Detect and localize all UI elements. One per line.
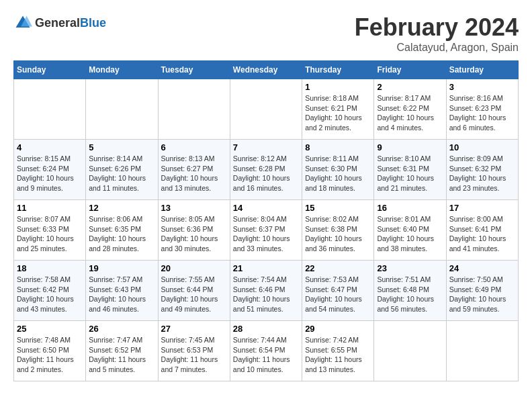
day-number: 14 xyxy=(233,203,299,213)
day-number: 6 xyxy=(161,142,227,152)
calendar-cell: 28Sunrise: 7:44 AMSunset: 6:54 PMDayligh… xyxy=(230,321,302,381)
logo-icon xyxy=(13,13,32,32)
day-info: Sunrise: 7:45 AMSunset: 6:53 PMDaylight:… xyxy=(161,335,227,375)
calendar-cell: 17Sunrise: 8:00 AMSunset: 6:41 PMDayligh… xyxy=(446,200,518,261)
day-info: Sunrise: 8:10 AMSunset: 6:31 PMDaylight:… xyxy=(377,154,443,193)
day-number: 18 xyxy=(17,263,83,273)
day-info: Sunrise: 7:51 AMSunset: 6:48 PMDaylight:… xyxy=(377,275,443,314)
calendar-cell xyxy=(374,321,446,381)
calendar-cell: 21Sunrise: 7:54 AMSunset: 6:46 PMDayligh… xyxy=(230,261,302,321)
calendar-cell: 12Sunrise: 8:06 AMSunset: 6:35 PMDayligh… xyxy=(86,200,158,261)
calendar-table: SundayMondayTuesdayWednesdayThursdayFrid… xyxy=(13,60,519,381)
day-number: 21 xyxy=(233,263,299,273)
calendar-cell: 3Sunrise: 8:16 AMSunset: 6:23 PMDaylight… xyxy=(446,79,518,140)
calendar-cell: 24Sunrise: 7:50 AMSunset: 6:49 PMDayligh… xyxy=(446,261,518,321)
calendar-cell xyxy=(14,79,86,140)
day-number: 20 xyxy=(161,263,227,273)
day-info: Sunrise: 7:58 AMSunset: 6:42 PMDaylight:… xyxy=(17,275,83,314)
day-info: Sunrise: 7:48 AMSunset: 6:50 PMDaylight:… xyxy=(17,335,83,375)
calendar-cell: 23Sunrise: 7:51 AMSunset: 6:48 PMDayligh… xyxy=(374,261,446,321)
day-number: 4 xyxy=(17,142,83,152)
calendar-week-row: 4Sunrise: 8:15 AMSunset: 6:24 PMDaylight… xyxy=(14,140,519,200)
day-number: 10 xyxy=(449,142,515,152)
calendar-cell: 14Sunrise: 8:04 AMSunset: 6:37 PMDayligh… xyxy=(230,200,302,261)
calendar-cell: 2Sunrise: 8:17 AMSunset: 6:22 PMDaylight… xyxy=(374,79,446,140)
page-header: GeneralBlue February 2024 Calatayud, Ara… xyxy=(13,13,519,54)
day-number: 28 xyxy=(233,324,299,334)
day-info: Sunrise: 7:55 AMSunset: 6:44 PMDaylight:… xyxy=(161,275,227,314)
calendar-cell: 9Sunrise: 8:10 AMSunset: 6:31 PMDaylight… xyxy=(374,140,446,200)
day-number: 27 xyxy=(161,324,227,334)
day-info: Sunrise: 8:01 AMSunset: 6:40 PMDaylight:… xyxy=(377,214,443,254)
day-number: 2 xyxy=(377,82,443,92)
day-info: Sunrise: 8:13 AMSunset: 6:27 PMDaylight:… xyxy=(161,154,227,193)
calendar-week-row: 1Sunrise: 8:18 AMSunset: 6:21 PMDaylight… xyxy=(14,79,519,140)
calendar-week-row: 11Sunrise: 8:07 AMSunset: 6:33 PMDayligh… xyxy=(14,200,519,261)
weekday-header-sunday: Sunday xyxy=(14,61,86,79)
calendar-week-row: 25Sunrise: 7:48 AMSunset: 6:50 PMDayligh… xyxy=(14,321,519,381)
day-number: 13 xyxy=(161,203,227,213)
calendar-cell xyxy=(446,321,518,381)
weekday-header-tuesday: Tuesday xyxy=(158,61,230,79)
day-info: Sunrise: 8:00 AMSunset: 6:41 PMDaylight:… xyxy=(449,214,515,254)
weekday-header-row: SundayMondayTuesdayWednesdayThursdayFrid… xyxy=(14,61,519,79)
location-subtitle: Calatayud, Aragon, Spain xyxy=(355,42,519,54)
calendar-cell: 29Sunrise: 7:42 AMSunset: 6:55 PMDayligh… xyxy=(302,321,374,381)
calendar-cell: 6Sunrise: 8:13 AMSunset: 6:27 PMDaylight… xyxy=(158,140,230,200)
day-info: Sunrise: 7:42 AMSunset: 6:55 PMDaylight:… xyxy=(305,335,371,375)
calendar-cell: 15Sunrise: 8:02 AMSunset: 6:38 PMDayligh… xyxy=(302,200,374,261)
calendar-cell: 19Sunrise: 7:57 AMSunset: 6:43 PMDayligh… xyxy=(86,261,158,321)
day-info: Sunrise: 8:11 AMSunset: 6:30 PMDaylight:… xyxy=(305,154,371,193)
day-number: 23 xyxy=(377,263,443,273)
calendar-cell xyxy=(230,79,302,140)
calendar-cell: 18Sunrise: 7:58 AMSunset: 6:42 PMDayligh… xyxy=(14,261,86,321)
calendar-cell: 11Sunrise: 8:07 AMSunset: 6:33 PMDayligh… xyxy=(14,200,86,261)
logo: GeneralBlue xyxy=(13,13,106,32)
day-info: Sunrise: 8:06 AMSunset: 6:35 PMDaylight:… xyxy=(89,214,154,254)
day-info: Sunrise: 7:54 AMSunset: 6:46 PMDaylight:… xyxy=(233,275,299,314)
day-info: Sunrise: 8:18 AMSunset: 6:21 PMDaylight:… xyxy=(305,93,371,133)
calendar-cell: 22Sunrise: 7:53 AMSunset: 6:47 PMDayligh… xyxy=(302,261,374,321)
day-number: 7 xyxy=(233,142,299,152)
day-number: 5 xyxy=(89,142,154,152)
day-number: 17 xyxy=(449,203,515,213)
calendar-cell: 1Sunrise: 8:18 AMSunset: 6:21 PMDaylight… xyxy=(302,79,374,140)
day-info: Sunrise: 7:53 AMSunset: 6:47 PMDaylight:… xyxy=(305,275,371,314)
day-info: Sunrise: 7:47 AMSunset: 6:52 PMDaylight:… xyxy=(89,335,154,375)
day-number: 12 xyxy=(89,203,154,213)
day-number: 22 xyxy=(305,263,371,273)
day-number: 9 xyxy=(377,142,443,152)
day-info: Sunrise: 7:44 AMSunset: 6:54 PMDaylight:… xyxy=(233,335,299,375)
logo-general: General xyxy=(35,16,80,30)
day-number: 29 xyxy=(305,324,371,334)
weekday-header-friday: Friday xyxy=(374,61,446,79)
calendar-cell: 13Sunrise: 8:05 AMSunset: 6:36 PMDayligh… xyxy=(158,200,230,261)
day-number: 19 xyxy=(89,263,154,273)
day-info: Sunrise: 8:15 AMSunset: 6:24 PMDaylight:… xyxy=(17,154,83,193)
day-info: Sunrise: 7:50 AMSunset: 6:49 PMDaylight:… xyxy=(449,275,515,314)
day-info: Sunrise: 8:12 AMSunset: 6:28 PMDaylight:… xyxy=(233,154,299,193)
title-block: February 2024 Calatayud, Aragon, Spain xyxy=(355,13,519,54)
calendar-cell: 20Sunrise: 7:55 AMSunset: 6:44 PMDayligh… xyxy=(158,261,230,321)
day-info: Sunrise: 8:14 AMSunset: 6:26 PMDaylight:… xyxy=(89,154,154,193)
calendar-cell: 4Sunrise: 8:15 AMSunset: 6:24 PMDaylight… xyxy=(14,140,86,200)
weekday-header-saturday: Saturday xyxy=(446,61,518,79)
calendar-cell: 10Sunrise: 8:09 AMSunset: 6:32 PMDayligh… xyxy=(446,140,518,200)
calendar-cell: 25Sunrise: 7:48 AMSunset: 6:50 PMDayligh… xyxy=(14,321,86,381)
day-number: 24 xyxy=(449,263,515,273)
calendar-cell: 27Sunrise: 7:45 AMSunset: 6:53 PMDayligh… xyxy=(158,321,230,381)
day-info: Sunrise: 8:07 AMSunset: 6:33 PMDaylight:… xyxy=(17,214,83,254)
calendar-cell xyxy=(86,79,158,140)
calendar-cell xyxy=(158,79,230,140)
day-info: Sunrise: 8:05 AMSunset: 6:36 PMDaylight:… xyxy=(161,214,227,254)
day-number: 15 xyxy=(305,203,371,213)
day-number: 1 xyxy=(305,82,371,92)
day-number: 25 xyxy=(17,324,83,334)
day-number: 3 xyxy=(449,82,515,92)
day-info: Sunrise: 8:02 AMSunset: 6:38 PMDaylight:… xyxy=(305,214,371,254)
weekday-header-monday: Monday xyxy=(86,61,158,79)
day-info: Sunrise: 8:16 AMSunset: 6:23 PMDaylight:… xyxy=(449,93,515,133)
month-year-title: February 2024 xyxy=(355,13,519,42)
calendar-cell: 8Sunrise: 8:11 AMSunset: 6:30 PMDaylight… xyxy=(302,140,374,200)
day-number: 16 xyxy=(377,203,443,213)
